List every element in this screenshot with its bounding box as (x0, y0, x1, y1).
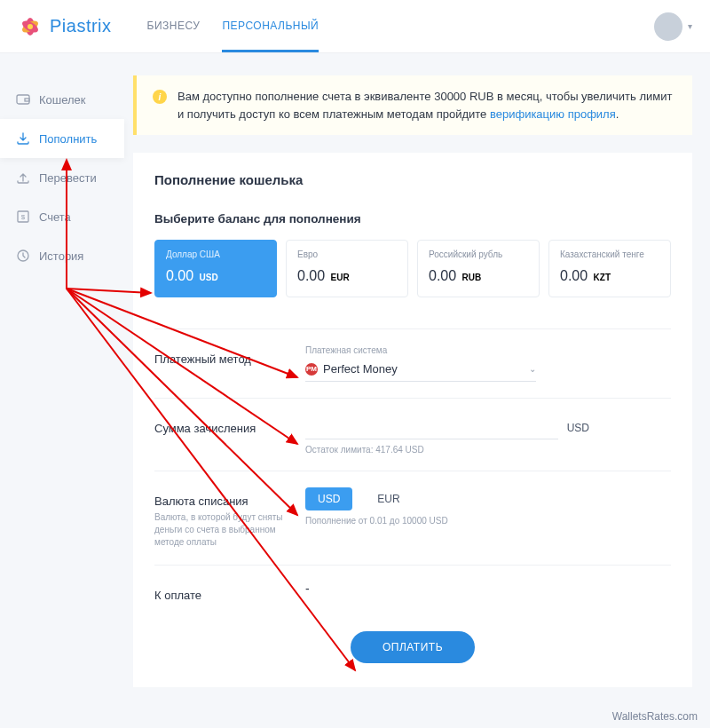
upload-icon (16, 170, 30, 185)
amount-input[interactable] (305, 415, 558, 439)
amount-unit: USD (567, 422, 589, 439)
sidebar-item-label: Пополнить (39, 132, 97, 146)
page-title: Пополнение кошелька (154, 172, 671, 187)
balance-card-eur[interactable]: Евро 0.00 EUR (286, 240, 408, 297)
svg-rect-4 (17, 95, 29, 104)
balance-name: Доллар США (166, 249, 265, 259)
sidebar-item-accounts[interactable]: $ Счета (0, 197, 124, 236)
chevron-down-icon: ▾ (688, 21, 692, 31)
sidebar-item-label: Перевести (39, 171, 97, 185)
method-small-label: Платежная система (305, 345, 671, 355)
watermark: WalletsRates.com (612, 710, 698, 723)
sidebar-item-transfer[interactable]: Перевести (0, 158, 124, 197)
logo-icon (18, 14, 43, 39)
sidebar-item-label: Счета (39, 210, 71, 224)
profile-menu[interactable]: ▾ (654, 12, 692, 41)
wallet-icon (16, 92, 30, 107)
sidebar-item-label: История (39, 249, 83, 263)
tab-personal[interactable]: ПЕРСОНАЛЬНЫЙ (222, 0, 319, 52)
download-icon (16, 131, 30, 146)
info-icon (153, 90, 167, 104)
svg-rect-5 (25, 99, 29, 101)
avatar (654, 12, 682, 41)
history-icon (16, 249, 30, 263)
accounts-icon: $ (16, 210, 30, 224)
balance-name: Евро (297, 249, 397, 259)
limit-hint: Остаток лимита: 417.64 USD (305, 445, 671, 455)
range-hint: Пополнение от 0.01 до 10000 USD (305, 516, 671, 526)
perfect-money-icon: PM (305, 363, 318, 376)
chevron-down-icon: ⌄ (529, 364, 536, 374)
svg-text:$: $ (21, 213, 26, 221)
currency-usd-button[interactable]: USD (305, 487, 352, 510)
balance-value: 0.00 (560, 268, 588, 283)
amount-label: Сумма зачисления (154, 415, 305, 435)
balance-card-rub[interactable]: Российский рубль 0.00 RUB (417, 240, 540, 297)
balance-card-kzt[interactable]: Казахстанский тенге 0.00 KZT (548, 240, 671, 297)
sidebar-item-wallet[interactable]: Кошелек (0, 80, 124, 119)
sidebar-item-topup[interactable]: Пополнить (0, 119, 124, 158)
to-pay-label: К оплате (154, 582, 305, 602)
balance-name: Казахстанский тенге (560, 249, 659, 259)
sidebar-item-label: Кошелек (39, 93, 86, 107)
pay-button[interactable]: ОПЛАТИТЬ (351, 631, 475, 663)
payment-method-select[interactable]: PMPerfect Money ⌄ (305, 359, 536, 382)
limit-notice: Вам доступно пополнение счета в эквивале… (133, 75, 692, 135)
logo[interactable]: Piastrix (18, 14, 112, 39)
method-value: Perfect Money (323, 362, 398, 376)
method-label: Платежный метод (154, 345, 305, 366)
verify-link[interactable]: верификацию профиля (490, 107, 616, 121)
currency-eur-button[interactable]: EUR (365, 487, 412, 510)
balance-name: Российский рубль (429, 249, 528, 259)
balance-card-usd[interactable]: Доллар США 0.00 USD (154, 240, 277, 297)
debit-currency-sub: Валюта, в которой будут сняты деньги со … (154, 511, 305, 549)
sidebar-item-history[interactable]: История (0, 236, 124, 275)
svg-point-3 (28, 24, 33, 29)
to-pay-value: - (305, 582, 671, 596)
balance-value: 0.00 (166, 268, 193, 283)
balance-value: 0.00 (297, 268, 325, 283)
debit-currency-label: Валюта списания (154, 495, 305, 508)
logo-text: Piastrix (50, 16, 112, 36)
tab-business[interactable]: БИЗНЕСУ (147, 0, 201, 52)
choose-balance-heading: Выберите баланс для пополнения (154, 212, 671, 226)
balance-value: 0.00 (429, 268, 456, 283)
